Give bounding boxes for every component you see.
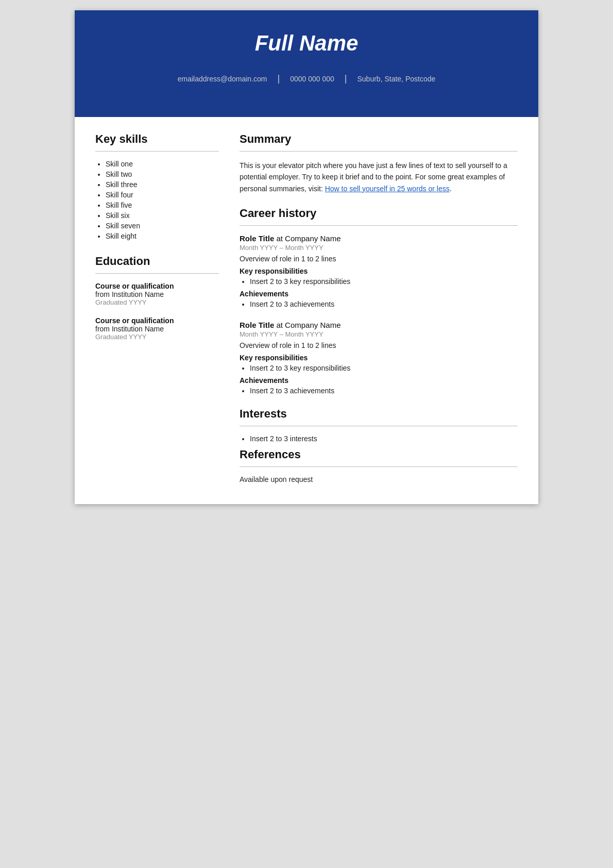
list-item: Skill five (106, 201, 219, 209)
summary-section: Summary This is your elevator pitch wher… (240, 132, 518, 194)
main-content: Key skills Skill one Skill two Skill thr… (75, 117, 538, 504)
job-title-line-2: Role Title at Company Name (240, 321, 518, 329)
edu-institution-2: from Institution Name (95, 325, 219, 333)
left-column: Key skills Skill one Skill two Skill thr… (95, 132, 219, 483)
summary-divider (240, 151, 518, 152)
separator-1: | (277, 73, 280, 84)
edu-institution-1: from Institution Name (95, 290, 219, 298)
job-entry-1: Role Title at Company Name Month YYYY – … (240, 234, 518, 308)
job-ach-list-2: Insert 2 to 3 achievements (240, 387, 518, 395)
job-dates-1: Month YYYY – Month YYYY (240, 244, 518, 252)
job-ach-title-1: Achievements (240, 290, 518, 298)
job-resp-list-1: Insert 2 to 3 key responsibilities (240, 277, 518, 286)
phone: 0000 000 000 (290, 75, 334, 83)
list-item: Insert 2 to 3 key responsibilities (250, 277, 518, 286)
summary-text-after: . (450, 185, 452, 193)
career-section: Career history Role Title at Company Nam… (240, 207, 518, 395)
references-divider (240, 466, 518, 467)
interests-list: Insert 2 to 3 interests (240, 435, 518, 443)
edu-course-2: Course or qualification (95, 316, 219, 325)
references-section: References Available upon request (240, 448, 518, 483)
list-item: Insert 2 to 3 key responsibilities (250, 364, 518, 372)
job-dates-2: Month YYYY – Month YYYY (240, 330, 518, 338)
job-ach-title-2: Achievements (240, 376, 518, 385)
job-role-bold-1: Role Title (240, 234, 274, 243)
list-item: Insert 2 to 3 interests (250, 435, 518, 443)
skills-list: Skill one Skill two Skill three Skill fo… (95, 160, 219, 240)
list-item: Skill three (106, 180, 219, 189)
job-resp-title-1: Key responsibilities (240, 267, 518, 275)
right-column: Summary This is your elevator pitch wher… (240, 132, 518, 483)
education-divider (95, 273, 219, 274)
edu-graduated-2: Graduated YYYY (95, 333, 219, 341)
job-role-rest-2: at Company Name (274, 321, 340, 329)
list-item: Skill two (106, 170, 219, 178)
summary-link[interactable]: How to sell yourself in 25 words or less (325, 185, 450, 193)
job-ach-list-1: Insert 2 to 3 achievements (240, 300, 518, 308)
contact-bar: emailaddress@domain.com | 0000 000 000 |… (106, 66, 507, 91)
skills-title: Key skills (95, 132, 219, 146)
references-title: References (240, 448, 518, 461)
header-diagonal (106, 91, 507, 117)
career-divider (240, 225, 518, 226)
job-entry-2: Role Title at Company Name Month YYYY – … (240, 321, 518, 395)
list-item: Skill one (106, 160, 219, 168)
email: emailaddress@domain.com (178, 75, 267, 83)
list-item: Insert 2 to 3 achievements (250, 387, 518, 395)
job-overview-2: Overview of role in 1 to 2 lines (240, 341, 518, 349)
list-item: Skill four (106, 191, 219, 199)
education-title: Education (95, 255, 219, 268)
full-name: Full Name (106, 31, 507, 66)
interests-divider (240, 426, 518, 426)
references-text: Available upon request (240, 475, 518, 483)
job-title-line-1: Role Title at Company Name (240, 234, 518, 243)
career-title: Career history (240, 207, 518, 220)
edu-entry-1: Course or qualification from Institution… (95, 282, 219, 306)
resume-page: Full Name emailaddress@domain.com | 0000… (75, 10, 538, 504)
summary-title: Summary (240, 132, 518, 146)
separator-2: | (345, 73, 347, 84)
edu-entry-2: Course or qualification from Institution… (95, 316, 219, 341)
skills-section: Key skills Skill one Skill two Skill thr… (95, 132, 219, 240)
job-resp-list-2: Insert 2 to 3 key responsibilities (240, 364, 518, 372)
list-item: Skill seven (106, 222, 219, 230)
location: Suburb, State, Postcode (357, 75, 435, 83)
list-item: Insert 2 to 3 achievements (250, 300, 518, 308)
job-role-rest-1: at Company Name (274, 234, 340, 243)
job-resp-title-2: Key responsibilities (240, 354, 518, 362)
interests-section: Interests Insert 2 to 3 interests (240, 407, 518, 443)
job-overview-1: Overview of role in 1 to 2 lines (240, 255, 518, 263)
interests-title: Interests (240, 407, 518, 421)
header: Full Name emailaddress@domain.com | 0000… (75, 10, 538, 117)
job-role-bold-2: Role Title (240, 321, 274, 329)
skills-divider (95, 151, 219, 152)
summary-text: This is your elevator pitch where you ha… (240, 160, 518, 194)
list-item: Skill six (106, 211, 219, 220)
edu-course-1: Course or qualification (95, 282, 219, 290)
edu-graduated-1: Graduated YYYY (95, 298, 219, 306)
list-item: Skill eight (106, 232, 219, 240)
education-section: Education Course or qualification from I… (95, 255, 219, 341)
